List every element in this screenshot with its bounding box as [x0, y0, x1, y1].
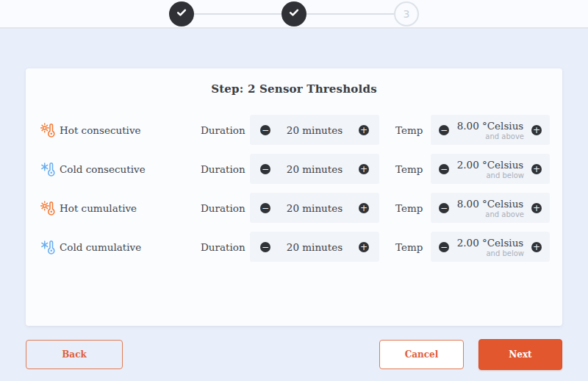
duration-stepper: −20 minutes+ — [250, 154, 379, 184]
temp-label: Temp — [395, 124, 425, 136]
temp-stepper: −2.00 °Celsiusand below+ — [431, 232, 550, 262]
duration-increase-button[interactable]: + — [359, 203, 369, 213]
duration-decrease-button[interactable]: − — [260, 164, 270, 174]
temp-increase-button[interactable]: + — [531, 125, 542, 135]
duration-decrease-button[interactable]: − — [260, 125, 270, 135]
card-title: Step: 2 Sensor Thresholds — [26, 68, 562, 104]
duration-label: Duration — [201, 241, 245, 253]
temp-value-block: 2.00 °Celsiusand below — [449, 159, 531, 179]
duration-increase-button[interactable]: + — [359, 242, 369, 252]
footer-right-group: Cancel Next — [379, 339, 562, 370]
temp-threshold-note: and above — [449, 210, 531, 218]
temp-decrease-button[interactable]: − — [439, 203, 449, 213]
sensor-thresholds-card: Step: 2 Sensor Thresholds Hot consecutiv… — [26, 68, 562, 326]
threshold-row-label: Cold consecutive — [60, 163, 201, 175]
duration-stepper: −20 minutes+ — [250, 193, 379, 223]
duration-value: 20 minutes — [270, 124, 359, 136]
duration-value: 20 minutes — [270, 202, 359, 214]
stepper-step-1-completed[interactable] — [169, 1, 194, 26]
thermometer-sun-icon — [40, 200, 60, 216]
duration-increase-button[interactable]: + — [359, 164, 369, 174]
threshold-row: Cold cumulativeDuration−20 minutes+Temp−… — [26, 227, 562, 266]
temp-threshold-note: and above — [449, 132, 531, 140]
temp-value-block: 8.00 °Celsiusand above — [449, 120, 531, 140]
temp-label: Temp — [395, 241, 425, 253]
checkmark-icon — [288, 7, 300, 21]
temp-increase-button[interactable]: + — [531, 203, 542, 213]
checkmark-icon — [176, 7, 187, 21]
next-button[interactable]: Next — [478, 339, 562, 370]
temp-increase-button[interactable]: + — [531, 164, 542, 174]
duration-decrease-button[interactable]: − — [260, 242, 270, 252]
duration-stepper: −20 minutes+ — [250, 115, 379, 145]
stepper-step-2-completed[interactable] — [282, 1, 306, 26]
stepper-step-3[interactable]: 3 — [394, 1, 419, 26]
temp-increase-button[interactable]: + — [531, 242, 542, 252]
temp-value-block: 2.00 °Celsiusand below — [449, 237, 531, 257]
cancel-button[interactable]: Cancel — [379, 340, 464, 369]
temp-threshold-note: and below — [449, 171, 531, 179]
threshold-rows: Hot consecutiveDuration−20 minutes+Temp−… — [26, 104, 562, 266]
duration-label: Duration — [201, 163, 245, 175]
temp-decrease-button[interactable]: − — [439, 164, 449, 174]
duration-stepper: −20 minutes+ — [250, 232, 379, 262]
temp-stepper: −8.00 °Celsiusand above+ — [431, 193, 550, 223]
temp-decrease-button[interactable]: − — [439, 242, 449, 252]
duration-value: 20 minutes — [270, 163, 359, 175]
thermometer-snowflake-icon — [40, 161, 60, 177]
wizard-footer: Back Cancel Next — [26, 339, 562, 370]
back-button[interactable]: Back — [26, 340, 123, 369]
temp-decrease-button[interactable]: − — [439, 125, 449, 135]
temp-value: 8.00 °Celsius — [449, 198, 531, 210]
duration-decrease-button[interactable]: − — [260, 203, 270, 213]
temp-threshold-note: and below — [449, 249, 531, 257]
stepper: 3 — [169, 1, 419, 26]
wizard-stepper-bar: 3 — [0, 0, 588, 29]
temp-value-block: 8.00 °Celsiusand above — [449, 198, 531, 218]
duration-increase-button[interactable]: + — [359, 125, 369, 135]
stepper-step-3-number: 3 — [404, 8, 410, 20]
stepper-connector — [306, 13, 394, 15]
temp-value: 2.00 °Celsius — [449, 237, 531, 249]
threshold-row: Hot consecutiveDuration−20 minutes+Temp−… — [26, 110, 562, 149]
duration-label: Duration — [201, 124, 245, 136]
temp-label: Temp — [395, 202, 425, 214]
stepper-connector — [194, 13, 282, 15]
temp-value: 8.00 °Celsius — [449, 120, 531, 132]
thermometer-snowflake-icon — [40, 239, 60, 255]
threshold-row: Hot cumulativeDuration−20 minutes+Temp−8… — [26, 188, 562, 227]
duration-value: 20 minutes — [270, 241, 359, 253]
thermometer-sun-icon — [40, 122, 60, 138]
temp-value: 2.00 °Celsius — [449, 159, 531, 171]
threshold-row-label: Hot consecutive — [60, 124, 201, 136]
duration-label: Duration — [201, 202, 245, 214]
temp-label: Temp — [395, 163, 425, 175]
threshold-row-label: Hot cumulative — [60, 202, 201, 214]
temp-stepper: −2.00 °Celsiusand below+ — [431, 154, 550, 184]
threshold-row-label: Cold cumulative — [60, 241, 201, 253]
temp-stepper: −8.00 °Celsiusand above+ — [431, 115, 550, 145]
threshold-row: Cold consecutiveDuration−20 minutes+Temp… — [26, 149, 562, 188]
